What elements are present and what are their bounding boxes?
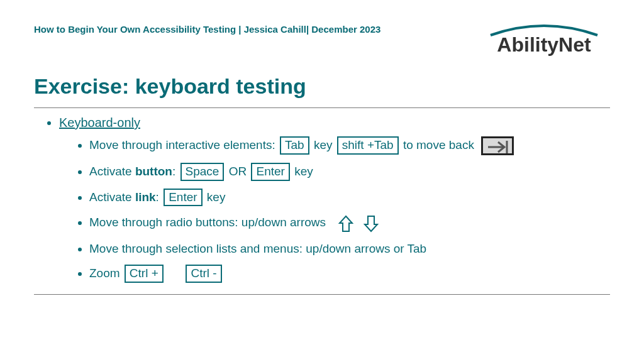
key-space: Space [180, 163, 225, 181]
text-bold: button [135, 165, 172, 178]
text: to move back [403, 138, 474, 151]
text: : [172, 165, 179, 178]
text: Move through radio buttons: up/down arro… [89, 216, 326, 229]
outer-list: Keyboard-only Move through interactive e… [34, 116, 610, 283]
arrow-down-icon [363, 215, 379, 233]
key-ctrl-plus: Ctrl + [125, 265, 164, 283]
tab-key-icon [481, 136, 514, 155]
list-item: Move through selection lists and menus: … [89, 240, 610, 258]
text: key [314, 138, 333, 151]
text: Move through interactive elements: [89, 138, 275, 151]
key-enter: Enter [164, 189, 202, 207]
list-item: Activate link: Enter key [89, 189, 610, 207]
arrow-icons [335, 214, 381, 233]
text: Zoom [89, 266, 123, 280]
key-tab: Tab [280, 136, 309, 155]
text-bold: link [135, 190, 156, 204]
text: OR [225, 165, 250, 178]
arrow-up-icon [338, 215, 354, 233]
slide-title: Exercise: keyboard testing [34, 74, 610, 99]
list-item: Activate button: Space OR Enter key [89, 163, 610, 181]
abilitynet-logo: AbilityNet [478, 21, 610, 59]
text: key [291, 165, 313, 178]
list-item: Move through interactive elements: Tab k… [89, 136, 610, 155]
inner-list: Move through interactive elements: Tab k… [59, 136, 610, 283]
outer-label: Keyboard-only [59, 116, 140, 129]
outer-item: Keyboard-only Move through interactive e… [59, 116, 610, 283]
divider-bottom [34, 294, 610, 295]
svg-text:AbilityNet: AbilityNet [497, 33, 591, 56]
slide: How to Begin Your Own Accessibility Test… [0, 0, 644, 362]
text: key [204, 190, 226, 204]
list-item: Zoom Ctrl + Ctrl - [89, 265, 610, 283]
text: Activate [89, 165, 135, 178]
text: Move through selection lists and menus: … [89, 242, 426, 255]
divider-top [34, 107, 610, 108]
list-item: Move through radio buttons: up/down arro… [89, 214, 610, 232]
text: Activate [89, 190, 135, 204]
header-row: How to Begin Your Own Accessibility Test… [34, 24, 610, 59]
text: : [156, 190, 163, 204]
breadcrumb: How to Begin Your Own Accessibility Test… [34, 24, 380, 35]
key-shift-tab: shift +Tab [337, 136, 399, 155]
text [165, 266, 185, 280]
key-ctrl-minus: Ctrl - [186, 265, 221, 283]
key-enter: Enter [251, 163, 289, 181]
